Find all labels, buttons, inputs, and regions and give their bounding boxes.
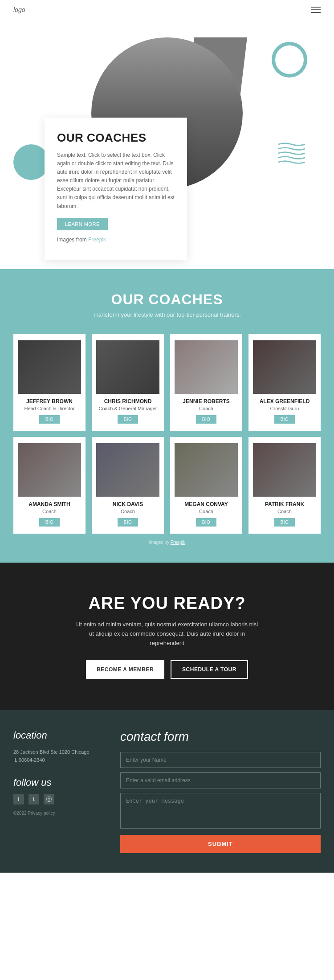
footer-left: location 28 Jackson Blvd Ste 1020 Chicag… [0,710,107,873]
coach-role-chris: Coach & General Manager [96,406,159,411]
coach-name-jeffrey: Jeffrey Brown [18,398,81,404]
instagram-icon[interactable] [44,794,54,804]
coaches-section-subtitle: Transform your lifestyle with our top-ti… [13,311,321,318]
coaches-section-title: OUR COACHES [13,291,321,308]
coach-role-jeffrey: Head Coach & Director [18,406,81,411]
ready-description: Ut enim ad minim veniam, quis nostrud ex… [73,620,261,648]
ready-buttons: BECOME A MEMBER SCHEDULE A TOUR [13,660,321,679]
coach-name-nick: NICK DAVIS [96,501,159,507]
hamburger-menu[interactable] [311,7,321,13]
ready-section: ARE YOU READY? Ut enim ad minim veniam, … [0,563,334,710]
coaches-grid-row2: AMANDA SMITH Coach BIO NICK DAVIS Coach … [13,437,321,534]
footer: location 28 Jackson Blvd Ste 1020 Chicag… [0,710,334,873]
bio-button-jennie[interactable]: BIO [196,415,217,424]
coach-name-patrik: PATRIK FRANK [253,501,316,507]
coach-role-alex: Crossfit Guru [253,406,316,411]
coach-photo-jennie [175,340,238,394]
bio-button-nick[interactable]: BIO [118,518,138,527]
coach-photo-chris [96,340,159,394]
coaches-section: OUR COACHES Transform your lifestyle wit… [0,269,334,563]
coach-name-megan: MEGAN CONVAY [175,501,238,507]
social-icons: f t [13,794,94,804]
coaches-hero-card: OUR COACHES Sample text. Click to select… [45,118,187,261]
svg-point-2 [50,797,51,798]
coach-name-amanda: AMANDA SMITH [18,501,81,507]
coach-card-jeffrey: Jeffrey Brown Head Coach & Director BIO [13,334,86,431]
freepik-note: Images from Freepik [57,236,175,244]
coach-role-nick: Coach [96,509,159,514]
coach-card-alex: ALEX GREENFIELD Crossfit Guru BIO [248,334,321,431]
coach-role-patrik: Coach [253,509,316,514]
ready-title: ARE YOU READY? [13,594,321,613]
bio-button-megan[interactable]: BIO [196,518,217,527]
coach-photo-nick [96,443,159,497]
bio-button-alex[interactable]: BIO [274,415,295,424]
coach-role-jennie: Coach [175,406,238,411]
privacy-text: ©2022 Privacy policy [13,811,94,816]
coach-name-chris: CHRIS RICHMOND [96,398,159,404]
freepik-link[interactable]: Freepik [88,237,106,243]
coach-card-megan: MEGAN CONVAY Coach BIO [170,437,242,534]
header: logo [0,0,334,20]
coach-photo-amanda [18,443,81,497]
submit-button[interactable]: SUBMIT [120,835,321,853]
coaches-freepik-link[interactable]: Freepik [171,540,185,545]
contact-form-title: contact form [120,730,321,744]
bio-button-chris[interactable]: BIO [118,415,138,424]
contact-message-input[interactable] [120,793,321,829]
coaches-freepik-note: Images by Freepik [13,540,321,545]
coaches-hero-title: OUR COACHES [57,131,175,145]
hero-decoration-circle-filled [13,144,49,180]
ready-content: ARE YOU READY? Ut enim ad minim veniam, … [13,594,321,679]
facebook-icon[interactable]: f [13,794,24,804]
become-member-button[interactable]: BECOME A MEMBER [86,660,164,679]
contact-email-input[interactable] [120,772,321,788]
coach-photo-patrik [253,443,316,497]
coach-photo-megan [175,443,238,497]
hero-section: OUR COACHES Sample text. Click to select… [0,20,334,269]
coach-card-jennie: JENNIE ROBERTS Coach BIO [170,334,242,431]
bio-button-amanda[interactable]: BIO [39,518,60,527]
coach-card-nick: NICK DAVIS Coach BIO [92,437,164,534]
coach-card-amanda: AMANDA SMITH Coach BIO [13,437,86,534]
coaches-grid-row1: Jeffrey Brown Head Coach & Director BIO … [13,334,321,431]
hero-decoration-waves [276,140,312,168]
svg-rect-0 [47,797,51,801]
coach-photo-alex [253,340,316,394]
footer-right: contact form SUBMIT [107,710,334,873]
bio-button-patrik[interactable]: BIO [274,518,295,527]
bio-button-jeffrey[interactable]: BIO [39,415,60,424]
coach-role-amanda: Coach [18,509,81,514]
coach-card-patrik: PATRIK FRANK Coach BIO [248,437,321,534]
contact-name-input[interactable] [120,752,321,768]
coach-role-megan: Coach [175,509,238,514]
footer-address: 28 Jackson Blvd Ste 1020 Chicago IL 6060… [13,748,94,764]
schedule-tour-button[interactable]: SCHEDULE A TOUR [171,660,248,679]
logo: logo [13,6,25,13]
twitter-icon[interactable]: t [29,794,39,804]
coach-photo-jeffrey [18,340,81,394]
follow-title: follow us [13,777,94,788]
location-title: location [13,730,94,741]
svg-point-1 [48,798,50,800]
coach-name-jennie: JENNIE ROBERTS [175,398,238,404]
coach-card-chris: CHRIS RICHMOND Coach & General Manager B… [92,334,164,431]
coaches-hero-description: Sample text. Click to select the text bo… [57,151,175,211]
hero-decoration-circle-outline [272,42,307,78]
learn-more-button[interactable]: LEARN MORE [57,218,108,230]
coach-name-alex: ALEX GREENFIELD [253,398,316,404]
